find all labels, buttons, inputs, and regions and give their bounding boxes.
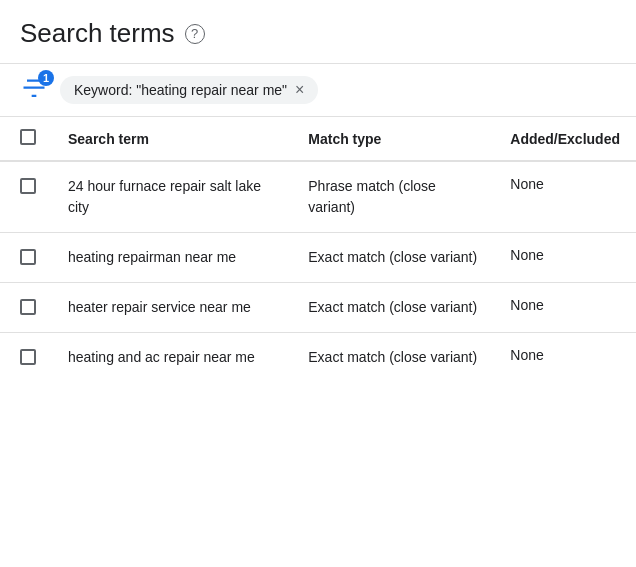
select-all-checkbox[interactable] <box>20 129 36 145</box>
search-term-cell: heating repairman near me <box>52 233 292 283</box>
filter-chip-label: Keyword: "heating repair near me" <box>74 82 287 98</box>
search-term-cell: heater repair service near me <box>52 283 292 333</box>
search-terms-table: Search term Match type Added/Excluded 24… <box>0 117 636 382</box>
added-excluded-cell: None <box>494 333 636 383</box>
row-checkbox-cell[interactable] <box>0 161 52 233</box>
match-type-cell: Exact match (close variant) <box>292 233 494 283</box>
match-type-header: Match type <box>292 117 494 161</box>
match-type-cell: Exact match (close variant) <box>292 283 494 333</box>
page-title: Search terms <box>20 18 175 49</box>
search-term-text: 24 hour furnace repair salt lake city <box>68 178 261 215</box>
search-term-header: Search term <box>52 117 292 161</box>
row-checkbox[interactable] <box>20 178 36 194</box>
table-row: heater repair service near me Exact matc… <box>0 283 636 333</box>
table-row: heating and ac repair near me Exact matc… <box>0 333 636 383</box>
match-type-text: Exact match (close variant) <box>308 249 477 265</box>
added-excluded-text: None <box>510 247 543 263</box>
help-icon[interactable]: ? <box>185 24 205 44</box>
filter-badge: 1 <box>38 70 54 86</box>
table-row: heating repairman near me Exact match (c… <box>0 233 636 283</box>
row-checkbox-cell[interactable] <box>0 283 52 333</box>
added-excluded-cell: None <box>494 283 636 333</box>
added-excluded-text: None <box>510 297 543 313</box>
added-excluded-text: None <box>510 176 543 192</box>
table-header-row: Search term Match type Added/Excluded <box>0 117 636 161</box>
search-term-cell: heating and ac repair near me <box>52 333 292 383</box>
search-term-text: heater repair service near me <box>68 299 251 315</box>
select-all-header[interactable] <box>0 117 52 161</box>
match-type-text: Exact match (close variant) <box>308 349 477 365</box>
filter-icon-wrapper: 1 <box>20 76 48 104</box>
added-excluded-text: None <box>510 347 543 363</box>
added-excluded-header: Added/Excluded <box>494 117 636 161</box>
match-type-text: Phrase match (close variant) <box>308 178 436 215</box>
row-checkbox[interactable] <box>20 299 36 315</box>
filter-bar: 1 Keyword: "heating repair near me" × <box>0 64 636 117</box>
search-term-text: heating repairman near me <box>68 249 236 265</box>
match-type-cell: Phrase match (close variant) <box>292 161 494 233</box>
added-excluded-cell: None <box>494 233 636 283</box>
row-checkbox-cell[interactable] <box>0 233 52 283</box>
match-type-text: Exact match (close variant) <box>308 299 477 315</box>
filter-chip-close-icon[interactable]: × <box>295 82 304 98</box>
table-row: 24 hour furnace repair salt lake city Ph… <box>0 161 636 233</box>
row-checkbox[interactable] <box>20 349 36 365</box>
search-term-cell: 24 hour furnace repair salt lake city <box>52 161 292 233</box>
match-type-cell: Exact match (close variant) <box>292 333 494 383</box>
row-checkbox-cell[interactable] <box>0 333 52 383</box>
row-checkbox[interactable] <box>20 249 36 265</box>
filter-chip: Keyword: "heating repair near me" × <box>60 76 318 104</box>
search-term-text: heating and ac repair near me <box>68 349 255 365</box>
page-header: Search terms ? <box>0 0 636 64</box>
added-excluded-cell: None <box>494 161 636 233</box>
